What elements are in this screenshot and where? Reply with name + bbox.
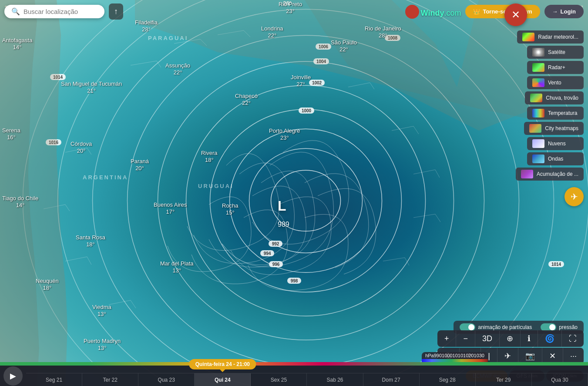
svg-text:992: 992 [272,242,279,246]
svg-text:1004: 1004 [316,59,326,64]
timeline-day-ter29[interactable]: Ter 29 [476,373,532,386]
pressure-label: pressão [559,324,578,330]
city-parana: Paraná20° [131,158,149,171]
layer-radarp-button[interactable]: Radar+ [527,61,584,74]
play-button[interactable]: ▶ [3,366,23,386]
timeline-day-qua23[interactable]: Qua 23 [138,373,195,386]
city-rio-de-janeiro: Rio de Janeiro28° [365,25,401,39]
top-bar: 🔍 ↑ Windy.com 👑 Torne-se Premium → Login [0,3,588,20]
more-tool-button[interactable]: ··· [563,348,584,364]
city-mar-del-plata: Mar del Plata13° [160,260,194,274]
wind-icon [532,78,544,87]
day-label: Seg 28 [439,377,456,383]
day-label: Qui 24 [215,377,231,383]
svg-point-5 [158,61,454,340]
day-label: Qua 23 [158,377,175,383]
airplane-button[interactable]: ✈ [564,187,584,206]
timeline-day-dom27[interactable]: Dom 27 [363,373,420,386]
day-label: Ter 29 [496,377,511,383]
svg-text:1006: 1006 [319,44,329,49]
svg-text:1002: 1002 [312,81,322,85]
search-input[interactable] [24,8,97,15]
city-viedma: Viedma13° [92,304,111,317]
city-cordova: Córdova20° [71,141,92,154]
mode-3d-button[interactable]: 3D [475,331,500,347]
timeline-day-qua30[interactable]: Qua 30 [532,373,588,386]
svg-point-1 [249,148,363,253]
city-buenos-aires: Buenos Aires17° [154,201,187,215]
timeline-day-seg21[interactable]: Seg 21 [26,373,82,386]
close-button[interactable]: ✕ [504,3,527,26]
zoom-in-button[interactable]: + [437,331,457,347]
map-controls: + − 3D ⊕ ℹ 🌀 ⛶ [437,330,584,347]
city-santa-rosa: Santa Rosa18° [76,234,105,248]
svg-point-3 [210,109,402,292]
timeline-day-ter22[interactable]: Ter 22 [82,373,138,386]
layer-wind-button[interactable]: Vento [527,76,584,89]
city-label: City heatmaps [545,125,578,131]
layer-satellite-button[interactable]: Satélite [527,46,584,59]
layer-rain-button[interactable]: Chuva, trovão [525,91,584,104]
timeline-day-qui24[interactable]: Quinta-feira 24 - 21:00 Qui 24 [195,373,251,386]
timeline-day-seg28[interactable]: Seg 28 [420,373,476,386]
layer-wave-button[interactable]: Ondas [527,152,584,165]
windy-name: Windy [421,9,444,17]
timeline-track: Seg 21 Ter 22 Qua 23 Quinta-feira 24 - 2… [26,366,588,386]
cloud-label: Nuvens [548,141,566,147]
city-sao-paulo: São Paulo22° [331,39,357,53]
time-tooltip: Quinta-feira 24 - 21:00 [189,359,256,369]
navigate-button[interactable]: ⊕ [500,330,521,347]
timeline-labels: ▶ Seg 21 Ter 22 Qua 23 Quinta-feira 24 -… [0,366,588,386]
city-san-miguel: San Miguel de Tucumán21° [61,81,122,94]
satellite-label: Satélite [548,49,565,55]
right-panel: Radar meteorol... Satélite Radar+ Vento … [516,30,584,206]
radarp-icon [532,63,544,72]
day-label: Dom 27 [382,377,400,383]
crown-icon: 👑 [473,8,480,15]
layer-radar-button[interactable]: Radar meteorol... [517,30,584,44]
radar-icon [522,33,534,41]
svg-text:1014: 1014 [551,262,561,267]
info-button[interactable]: ℹ [521,330,538,347]
premium-button[interactable]: 👑 Torne-se Premium [465,5,540,18]
layer-city-button[interactable]: City heatmaps [524,122,584,135]
city-serena: Serena16° [2,127,20,141]
radarp-label: Radar+ [548,64,565,70]
timeline-day-sex25[interactable]: Sex 25 [251,373,307,386]
upload-button[interactable]: ↑ [109,3,123,20]
city-joinville: Joinville27° [291,74,311,87]
svg-rect-22 [313,58,329,64]
svg-text:996: 996 [272,262,280,267]
city-filadelfia: Filadelfia28° [135,19,158,33]
layer-cloud-button[interactable]: Nuvens [527,137,584,150]
zoom-out-button[interactable]: − [456,331,475,347]
pressure-scale-labels: hPa 990 1000 1010 1020 1030 [422,352,488,359]
layer-accum-button[interactable]: Acumulação de ... [516,168,584,181]
fullscreen-button[interactable]: ⛶ [562,331,584,347]
wave-label: Ondas [548,156,563,162]
low-symbol: L [278,198,286,214]
svg-point-4 [186,85,426,316]
city-antofagasta: Antofagasta14° [2,37,32,50]
city-neuquen: Neuquén18° [36,278,59,291]
city-rocha: Rocha15° [222,202,239,216]
city-tiago: Tiago do Chile14° [2,195,38,208]
wave-icon [532,154,544,163]
radar-label: Radar meteorol... [538,34,578,40]
search-icon: 🔍 [11,7,20,16]
svg-text:998: 998 [291,279,298,283]
day-label: Qua 30 [551,377,568,383]
login-button[interactable]: → Login [544,5,584,18]
login-icon: → [552,8,558,15]
low-pressure-marker: L 989 [278,198,289,230]
layer-temp-button[interactable]: Temperatura [527,107,584,120]
storm-button[interactable]: 🌀 [538,330,562,347]
timeline-days: Seg 21 Ter 22 Qua 23 Quinta-feira 24 - 2… [26,373,588,386]
svg-text:994: 994 [264,251,271,256]
search-box[interactable]: 🔍 [4,5,104,18]
timeline-day-sab26[interactable]: Sab 26 [307,373,363,386]
svg-rect-10 [269,241,282,247]
temp-icon [532,109,544,117]
svg-rect-12 [260,250,274,256]
accum-icon [521,170,533,178]
